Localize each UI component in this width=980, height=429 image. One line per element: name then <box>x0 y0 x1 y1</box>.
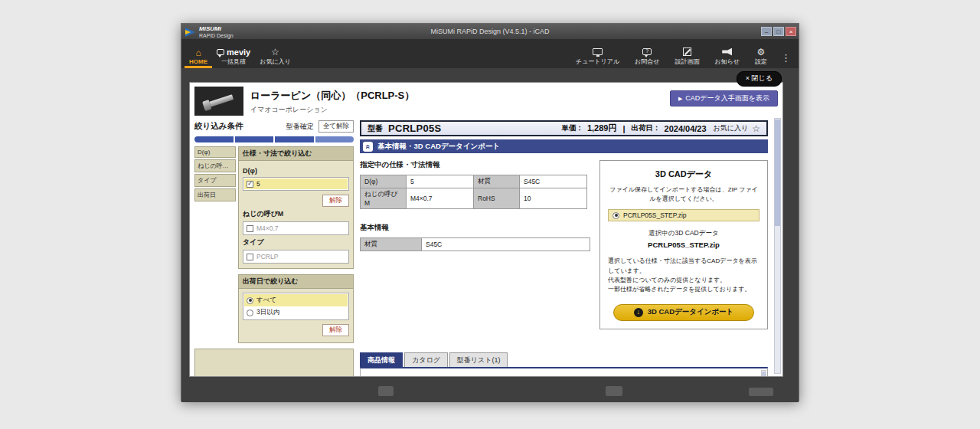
zip-file-option[interactable]: PCRLP05S_STEP.zip <box>608 209 760 221</box>
nav-news[interactable]: お知らせ <box>710 39 744 68</box>
maximize-button[interactable]: □ <box>773 27 784 36</box>
nav-design-screen[interactable]: 設計画面 <box>670 39 704 68</box>
collapse-chevron-icon[interactable]: « <box>363 142 373 152</box>
download-icon: ↓ <box>634 308 643 317</box>
spec-table: D(φ) 5 材質 S45C ねじの呼びM M4×0.7 RoHS 10 <box>360 175 587 209</box>
checkbox-unchecked-icon[interactable] <box>247 254 253 260</box>
nav-home[interactable]: ⌂ HOME <box>185 39 212 68</box>
option-dphi-5[interactable]: ✓ 5 <box>244 178 348 189</box>
meviy-bubble-icon <box>217 49 224 55</box>
basic-info-section-header[interactable]: « 基本情報・3D CADデータインポート <box>360 139 768 153</box>
checkbox-checked-icon[interactable]: ✓ <box>247 181 253 188</box>
part-confirm-label[interactable]: 型番確定 <box>286 122 314 132</box>
window-close-button[interactable]: × <box>786 27 796 36</box>
background-window-fragment <box>378 386 394 396</box>
product-header: ローラーピン（同心）（PCRLP-S） イマオコーポレーション ▶ CADデータ… <box>194 87 778 119</box>
nav-meviy[interactable]: meviy 一括見積 <box>212 39 255 68</box>
drawing-scrollbar-thumb[interactable] <box>762 372 766 377</box>
nav-favorites-label: お気に入り <box>260 57 291 66</box>
filter-progress-bar <box>194 136 354 142</box>
main-navbar: ⌂ HOME meviy 一括見積 ☆ お気に入り チュートリアル お問合せ <box>181 39 799 68</box>
spec-cell-value: 10 <box>520 188 587 209</box>
more-menu-icon[interactable]: ⋮ <box>778 39 794 68</box>
cad-note-line: 代表型番についてのみの提供となります。 <box>608 276 760 285</box>
section-header-title: 基本情報・3D CADデータインポート <box>377 142 500 152</box>
cad-note-line: 一部仕様が省略されたデータを提供しております。 <box>608 285 760 294</box>
nav-tutorial-label: チュートリアル <box>576 57 619 66</box>
spec-info-title: 指定中の仕様・寸法情報 <box>360 160 590 170</box>
ship-date-value: 2024/04/23 <box>665 124 707 133</box>
nav-contact[interactable]: お問合せ <box>630 39 664 68</box>
tab-part-list[interactable]: 型番リスト(1) <box>449 352 508 367</box>
product-panel: ローラーピン（同心）（PCRLP-S） イマオコーポレーション ▶ CADデータ… <box>189 82 783 377</box>
zip-file-option-label: PCRLP05S_STEP.zip <box>623 211 687 219</box>
nav-home-label: HOME <box>189 58 207 65</box>
basic-info-title: 基本情報 <box>360 223 590 233</box>
inquiry-chat-icon <box>642 48 652 55</box>
checkbox-unchecked-icon[interactable] <box>247 225 253 232</box>
cad-panel-description: ファイル保存してインポートする場合は、ZIP ファイルを選択してください。 <box>608 185 760 203</box>
nav-tutorial[interactable]: チュートリアル <box>571 39 624 68</box>
clear-spec-button[interactable]: 解除 <box>322 195 349 207</box>
play-icon: ▶ <box>678 96 682 101</box>
option-screw-m4-label: M4×0.7 <box>256 224 279 232</box>
price-value: 1,289円 <box>587 123 617 134</box>
spec-filter-header: 仕様・寸法で絞り込む <box>238 146 354 161</box>
filter-nav-shipdate[interactable]: 出荷日 <box>194 188 236 201</box>
spec-cell-header: RoHS <box>474 188 520 209</box>
option-ship-all[interactable]: すべて <box>244 294 348 306</box>
table-row: 材質 S45C <box>361 238 590 251</box>
window-controls: – □ × <box>761 27 796 36</box>
filter-nav-dphi[interactable]: D(φ) <box>194 146 236 158</box>
cad-note-line: 選択している仕様・寸法に該当するCADデータを表示しています。 <box>608 257 760 276</box>
misumi-logo-icon <box>185 27 196 38</box>
basic-cell-value: S45C <box>422 238 590 251</box>
meviy-label: meviy <box>227 47 250 57</box>
tab-catalog[interactable]: カタログ <box>404 352 448 367</box>
spec-cell-value: M4×0.7 <box>407 188 474 209</box>
overlay-close-button[interactable]: × 閉じる <box>737 71 782 87</box>
clear-all-button[interactable]: 全て解除 <box>318 120 354 133</box>
option-ship-all-label: すべて <box>256 296 276 305</box>
app-window: MiSUMi RAPiD Design MiSUMi RAPiD Design … <box>181 23 799 401</box>
table-row: D(φ) 5 材質 S45C <box>361 175 587 188</box>
filter-nav-screw[interactable]: ねじの呼… <box>194 159 236 172</box>
basic-cell-header: 材質 <box>361 238 422 251</box>
product-maker: イマオコーポレーション <box>250 105 414 115</box>
meviy-sublabel: 一括見積 <box>221 57 246 66</box>
radio-selected-icon[interactable] <box>247 297 253 304</box>
panel-scrollbar[interactable] <box>774 118 781 374</box>
clear-ship-button[interactable]: 解除 <box>322 324 349 336</box>
option-dphi-5-label: 5 <box>256 180 260 188</box>
tutorial-monitor-icon <box>593 48 603 55</box>
detail-tabs: 商品情報 カタログ 型番リスト(1) <box>360 352 768 367</box>
option-screw-m4[interactable]: M4×0.7 <box>244 223 348 234</box>
favorite-label: お気に入り <box>714 123 749 133</box>
nav-settings[interactable]: ⚙ 設定 <box>750 39 772 68</box>
favorite-star-icon[interactable]: ☆ <box>752 124 760 133</box>
price-label: 単価： <box>561 123 583 133</box>
drawing-section: 外形図 <box>360 367 768 377</box>
nav-contact-label: お問合せ <box>635 57 659 66</box>
radio-unselected-icon[interactable] <box>247 309 253 316</box>
drawing-scrollbar[interactable] <box>761 370 766 377</box>
gear-icon: ⚙ <box>757 47 766 57</box>
product-image <box>194 87 243 116</box>
tab-product-info[interactable]: 商品情報 <box>360 352 403 367</box>
window-title: MiSUMi RAPiD Design (V4.5.1) - iCAD <box>430 28 549 35</box>
logo-brand: MiSUMi <box>199 26 234 33</box>
filter-title: 絞り込み条件 <box>194 121 243 132</box>
logo-product: RAPiD Design <box>199 33 234 39</box>
cad-screen-button[interactable]: ▶ CADデータ入手画面を表示 <box>670 90 778 106</box>
nav-favorites[interactable]: ☆ お気に入り <box>255 39 296 68</box>
product-detail-main: 型番 PCRLP05S 単価： 1,289円 | 出荷日： 2024/04/23… <box>360 120 768 377</box>
panel-scrollbar-thumb[interactable] <box>775 120 780 226</box>
option-ship-3days[interactable]: 3日以内 <box>244 306 348 319</box>
filter-nav-type[interactable]: タイプ <box>194 174 236 187</box>
spec-cell-header: D(φ) <box>361 175 407 188</box>
background-window-fragment <box>749 388 773 396</box>
option-type-pcrlp[interactable]: PCRLP <box>244 251 348 262</box>
minimize-button[interactable]: – <box>761 27 772 36</box>
cad-import-button[interactable]: ↓ 3D CADデータインポート <box>613 304 754 321</box>
overlay-backdrop: × 閉じる ローラーピン（同心）（PCRLP-S） イマオコーポレーション ▶ … <box>181 68 799 402</box>
